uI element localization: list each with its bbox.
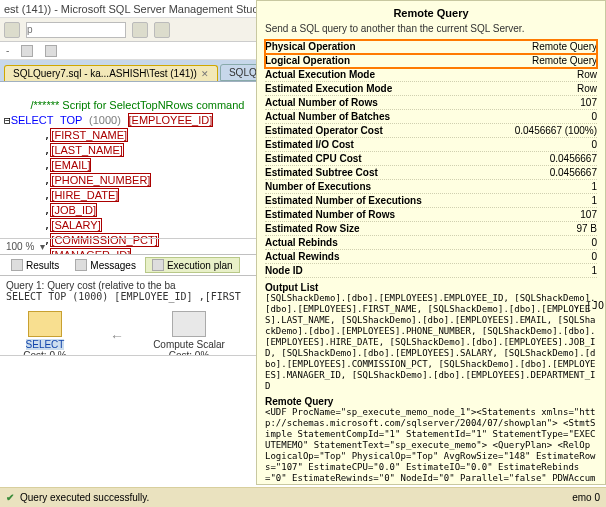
prop-value: 107 xyxy=(580,97,597,108)
tooltip-property-row: Actual Rebinds0 xyxy=(265,236,597,250)
sql-col: [SALARY] xyxy=(50,218,101,232)
tooltip-title: Remote Query xyxy=(265,7,597,19)
plan-icon xyxy=(152,259,164,271)
prop-value: 1 xyxy=(591,265,597,276)
tab-active[interactable]: SQLQuery7.sql - ka...ASHISH\Test (141)) … xyxy=(4,65,218,81)
plan-node-select[interactable]: SELECT Cost: 0 % xyxy=(6,311,84,357)
tooltip-property-row: Estimated I/O Cost0 xyxy=(265,138,597,152)
tooltip-property-row: Estimated CPU Cost0.0456667 xyxy=(265,152,597,166)
prop-key: Actual Number of Batches xyxy=(265,111,390,122)
toolbar-search-input[interactable] xyxy=(26,22,126,38)
tooltip-property-row: Actual Number of Rows107 xyxy=(265,96,597,110)
node-title: SELECT xyxy=(26,339,65,350)
prop-key: Estimated I/O Cost xyxy=(265,139,354,150)
prop-value: 0.0456667 xyxy=(550,167,597,178)
dash: ▾ xyxy=(40,241,45,252)
prop-value: Row xyxy=(577,69,597,80)
status-text: Query executed successfully. xyxy=(20,492,149,503)
prop-value: 0 xyxy=(591,237,597,248)
prop-value: 0.0456667 xyxy=(550,153,597,164)
sql-col: [LAST_NAME] xyxy=(50,143,124,157)
tooltip-property-row: Estimated Number of Rows107 xyxy=(265,208,597,222)
prop-value: 1 xyxy=(591,181,597,192)
tooltip-property-row: Physical OperationRemote Query xyxy=(265,40,597,54)
grid-icon xyxy=(11,259,23,271)
arrow-icon: ← xyxy=(110,328,124,344)
tooltip-property-row: Actual Number of Batches0 xyxy=(265,110,597,124)
tooltip-property-row: Estimated Number of Executions1 xyxy=(265,194,597,208)
operator-tooltip: Remote Query Send a SQL query to another… xyxy=(256,0,606,485)
sql-keyword: TOP xyxy=(60,114,82,126)
prop-key: Physical Operation xyxy=(265,41,356,52)
sql-col: [HIRE_DATE] xyxy=(50,188,119,202)
sql-keyword: SELECT xyxy=(11,114,54,126)
prop-value: 107 xyxy=(580,209,597,220)
compute-icon xyxy=(172,311,206,337)
tab-results[interactable]: Results xyxy=(4,257,66,273)
prop-value: 0 xyxy=(591,139,597,150)
prop-key: Estimated Subtree Cost xyxy=(265,167,378,178)
prop-value: 0 xyxy=(591,111,597,122)
tooltip-property-row: Node ID1 xyxy=(265,264,597,278)
check-icon: ✔ xyxy=(6,492,14,503)
sql-col: [FIRST_NAME] xyxy=(50,128,128,142)
sql-col: [EMPLOYEE_ID] xyxy=(128,113,214,127)
toolbar-icon[interactable] xyxy=(154,22,170,38)
prop-key: Estimated Number of Executions xyxy=(265,195,422,206)
tab-label: Execution plan xyxy=(167,260,233,271)
prop-value: Remote Query xyxy=(532,41,597,52)
output-list: [SQLShackDemo].[dbo].[EMPLOYEES].EMPLOYE… xyxy=(265,293,597,392)
toolbar-icon[interactable] xyxy=(4,22,20,38)
prop-key: Estimated Operator Cost xyxy=(265,125,383,136)
plan-node-compute[interactable]: Compute Scalar Cost: 0% xyxy=(150,311,228,357)
select-icon xyxy=(28,311,62,337)
message-icon xyxy=(75,259,87,271)
small-toolbar-icon[interactable] xyxy=(21,45,33,57)
output-list-title: Output List xyxy=(265,282,597,293)
tooltip-property-row: Estimated Execution ModeRow xyxy=(265,82,597,96)
sql-col: [JOB_ID] xyxy=(50,203,97,217)
sql-col: [PHONE_NUMBER] xyxy=(50,173,151,187)
close-icon[interactable]: ✕ xyxy=(201,69,209,79)
prop-key: Logical Operation xyxy=(265,55,350,66)
prop-key: Estimated Row Size xyxy=(265,223,359,234)
overflow-text: , [JO xyxy=(574,300,604,311)
sep: - xyxy=(6,45,9,56)
node-cost: Cost: 0% xyxy=(169,350,210,357)
prop-value: 97 B xyxy=(576,223,597,234)
tooltip-property-row: Number of Executions1 xyxy=(265,180,597,194)
tab-label: Results xyxy=(26,260,59,271)
prop-key: Estimated CPU Cost xyxy=(265,153,362,164)
tooltip-property-row: Estimated Row Size97 B xyxy=(265,222,597,236)
tab-execution-plan[interactable]: Execution plan xyxy=(145,257,240,273)
prop-value: 0.0456667 (100%) xyxy=(515,125,597,136)
tab-label: Messages xyxy=(90,260,136,271)
prop-value: Row xyxy=(577,83,597,94)
prop-key: Actual Execution Mode xyxy=(265,69,375,80)
remote-query-title: Remote Query xyxy=(265,396,597,407)
tooltip-property-row: Logical OperationRemote Query xyxy=(265,54,597,68)
tooltip-property-row: Actual Rewinds0 xyxy=(265,250,597,264)
prop-key: Number of Executions xyxy=(265,181,371,192)
status-right: emo 0 xyxy=(526,487,606,507)
prop-value: 0 xyxy=(591,251,597,262)
status-right-text: emo 0 xyxy=(572,492,600,503)
zoom-pct: 100 % xyxy=(6,241,34,252)
tooltip-property-row: Estimated Operator Cost0.0456667 (100%) xyxy=(265,124,597,138)
prop-key: Actual Rewinds xyxy=(265,251,339,262)
node-title: Compute Scalar xyxy=(153,339,225,350)
window-title: est (141)) - Microsoft SQL Server Manage… xyxy=(4,3,267,15)
tooltip-property-row: Estimated Subtree Cost0.0456667 xyxy=(265,166,597,180)
tooltip-property-row: Actual Execution ModeRow xyxy=(265,68,597,82)
toolbar-icon[interactable] xyxy=(132,22,148,38)
small-toolbar-icon[interactable] xyxy=(45,45,57,57)
prop-key: Node ID xyxy=(265,265,303,276)
tab-label: SQLQuery7.sql - ka...ASHISH\Test (141)) xyxy=(13,68,197,79)
sql-col: [EMAIL] xyxy=(50,158,91,172)
tab-messages[interactable]: Messages xyxy=(68,257,143,273)
prop-value: 1 xyxy=(591,195,597,206)
remote-query-text: <UDF ProcName="sp_execute_memo_node_1"><… xyxy=(265,407,597,485)
status-bar: ✔ Query executed successfully. xyxy=(0,487,606,507)
node-cost: Cost: 0 % xyxy=(23,350,66,357)
sql-literal: (1000) xyxy=(89,114,121,126)
